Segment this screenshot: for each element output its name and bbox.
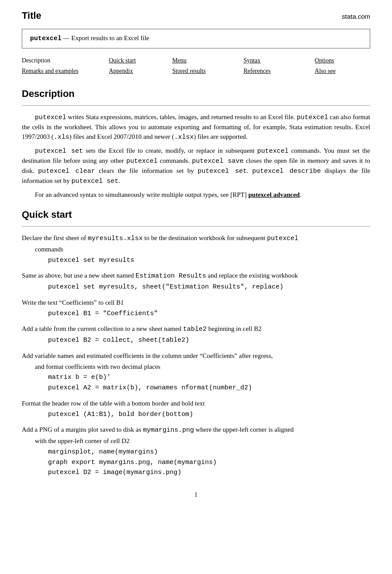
stata-com-label: stata.com bbox=[342, 12, 370, 21]
nav-menu[interactable]: Menu bbox=[172, 55, 243, 66]
title-bar: Title stata.com bbox=[22, 9, 370, 23]
qs-desc-2: Same as above, but use a new sheet named… bbox=[22, 271, 370, 281]
qs-code-2: putexcel set myresults, sheet("Estimatio… bbox=[22, 282, 370, 292]
qs-mono-7a: mymargins.png bbox=[143, 426, 194, 434]
qs-code-6: putexcel (A1:B1), bold border(bottom) bbox=[22, 410, 370, 419]
putexcel-clear-mono: putexcel clear bbox=[38, 168, 95, 175]
putexcel-save-mono: putexcel save bbox=[192, 158, 243, 165]
qs-code-5a: matrix b = e(b)' bbox=[22, 373, 370, 382]
page-number: 1 bbox=[22, 491, 370, 499]
nav-remarks[interactable]: Remarks and examples bbox=[22, 66, 109, 76]
nav-options[interactable]: Options bbox=[315, 55, 370, 66]
putexcel-set-mono: putexcel set bbox=[35, 148, 83, 155]
qs-item-2: Same as above, but use a new sheet named… bbox=[22, 271, 370, 292]
qs-desc-7: Add a PNG of a margins plot saved to dis… bbox=[22, 425, 370, 435]
quickstart-divider bbox=[22, 226, 370, 227]
qs-code-1: putexcel set myresults bbox=[22, 256, 370, 265]
qs-item-6: Format the header row of the table with … bbox=[22, 399, 370, 419]
qs-desc-1-cont: commands bbox=[22, 245, 370, 254]
qs-item-7: Add a PNG of a margins plot saved to dis… bbox=[22, 425, 370, 478]
qs-item-3: Write the text “Coefficients” to cell B1… bbox=[22, 298, 370, 319]
qs-desc-5: Add variable names and estimated coeffic… bbox=[22, 351, 370, 361]
quickstart-heading: Quick start bbox=[22, 208, 370, 222]
nav-table: Description Quick start Menu Syntax Opti… bbox=[22, 55, 370, 77]
nav-quick-start[interactable]: Quick start bbox=[109, 55, 172, 66]
qs-desc-3: Write the text “Coefficients” to cell B1 bbox=[22, 298, 370, 308]
nav-also-see[interactable]: Also see bbox=[315, 66, 370, 76]
nav-syntax[interactable]: Syntax bbox=[243, 55, 314, 66]
command-separator: — bbox=[61, 34, 72, 41]
nav-stored-results[interactable]: Stored results bbox=[172, 66, 243, 76]
qs-code-3: putexcel B1 = "Coefficients" bbox=[22, 309, 370, 319]
qs-item-4: Add a table from the current collection … bbox=[22, 324, 370, 345]
qs-desc-7-cont: with the upper-left corner of cell D2 bbox=[22, 437, 370, 446]
qs-item-1: Declare the first sheet of myresults.xls… bbox=[22, 234, 370, 265]
qs-code-5b: putexcel A2 = matrix(b), rownames nforma… bbox=[22, 383, 370, 393]
page-title: Title bbox=[22, 9, 41, 23]
command-box: putexcel — Export results to an Excel fi… bbox=[22, 29, 370, 48]
qs-mono-2a: Estimation Results bbox=[136, 272, 206, 280]
description-para2: putexcel set sets the Excel file to crea… bbox=[22, 146, 370, 186]
qs-code-7a: marginsplot, name(mymargins) bbox=[22, 447, 370, 457]
qs-code-7b: graph export mymargins.png, name(mymargi… bbox=[22, 458, 370, 467]
putexcel-advanced-link[interactable]: putexcel advanced bbox=[249, 191, 300, 198]
description-para3: For an advanced syntax to simultaneously… bbox=[22, 190, 370, 200]
putexcel-mono-2: putexcel bbox=[297, 114, 328, 121]
putexcel-mono-1: putexcel bbox=[35, 114, 66, 121]
qs-desc-6: Format the header row of the table with … bbox=[22, 399, 370, 409]
qs-mono-4a: table2 bbox=[183, 326, 207, 333]
qs-mono-1b: putexcel bbox=[267, 235, 298, 242]
nav-description: Description bbox=[22, 55, 109, 66]
description-divider bbox=[22, 105, 370, 106]
nav-appendix[interactable]: Appendix bbox=[109, 66, 172, 76]
qs-desc-1: Declare the first sheet of myresults.xls… bbox=[22, 234, 370, 244]
putexcel-mono-3: putexcel bbox=[257, 148, 289, 155]
description-heading: Description bbox=[22, 87, 370, 101]
description-para1: putexcel writes Stata expressions, matri… bbox=[22, 113, 370, 142]
xlsx-mono: .xlsx bbox=[174, 134, 194, 141]
putexcel-describe-mono: putexcel describe bbox=[252, 168, 321, 175]
qs-desc-4: Add a table from the current collection … bbox=[22, 324, 370, 334]
nav-references[interactable]: References bbox=[243, 66, 314, 76]
command-name: putexcel bbox=[30, 35, 61, 42]
qs-item-5: Add variable names and estimated coeffic… bbox=[22, 351, 370, 393]
command-description: Export results to an Excel file bbox=[72, 34, 150, 41]
putexcel-mono-4: putexcel bbox=[126, 158, 157, 165]
qs-code-4: putexcel B2 = collect, sheet(table2) bbox=[22, 336, 370, 345]
qs-desc-5-cont: and format coefficients with two decimal… bbox=[22, 362, 370, 372]
qs-code-7c: putexcel D2 = image(mymargins.png) bbox=[22, 468, 370, 478]
putexcel-set-mono2: putexcel set bbox=[198, 168, 247, 175]
xls-mono: .xls bbox=[54, 134, 69, 141]
putexcel-set-mono3: putexcel set bbox=[72, 178, 119, 185]
qs-mono-1a: myresults.xlsx bbox=[88, 235, 143, 242]
page: Title stata.com putexcel — Export result… bbox=[0, 0, 392, 574]
